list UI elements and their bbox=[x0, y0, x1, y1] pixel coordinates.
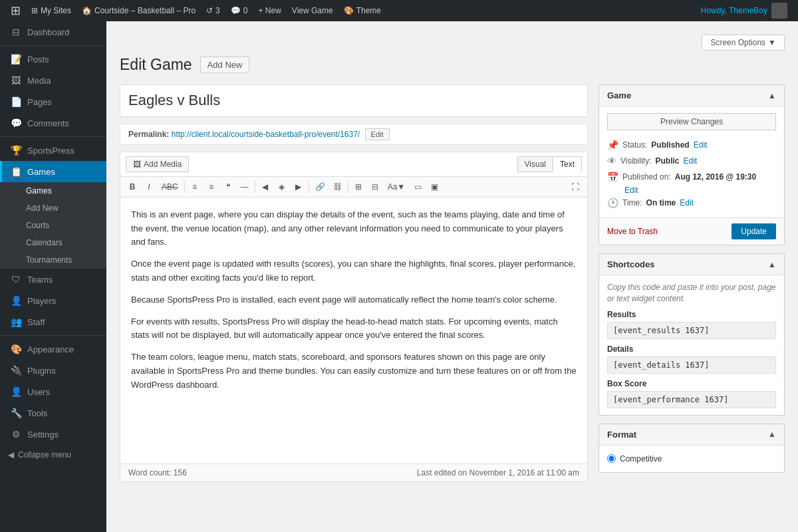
status-row: 📌 Status: Published Edit bbox=[607, 137, 776, 153]
game-panel-toggle[interactable]: ▲ bbox=[768, 91, 776, 100]
ol-button[interactable]: ≡ bbox=[203, 180, 219, 194]
align-center-button[interactable]: ◈ bbox=[274, 180, 290, 194]
sidebar-item-comments[interactable]: 💬 Comments bbox=[0, 112, 106, 134]
visibility-value: Public bbox=[655, 156, 679, 166]
submenu-add-new[interactable]: Add New bbox=[0, 200, 106, 217]
game-panel-footer: Move to Trash Update bbox=[599, 217, 784, 245]
clock-icon: 🕐 bbox=[607, 198, 618, 208]
media-icon: 🖼 bbox=[10, 75, 22, 86]
hr-button[interactable]: — bbox=[237, 180, 253, 194]
format-panel-body: Competitive bbox=[599, 446, 784, 472]
edit-layout: Permalink: http://client.local/courtside… bbox=[120, 84, 785, 482]
shortcodes-panel-body: Copy this code and paste it into your po… bbox=[599, 275, 784, 415]
time-edit-link[interactable]: Edit bbox=[680, 198, 694, 207]
submenu-calendars[interactable]: Calendars bbox=[0, 234, 106, 251]
add-media-button[interactable]: 🖼 Add Media bbox=[126, 156, 189, 172]
games-submenu: Games Add New Courts Calendars Tournamen… bbox=[0, 182, 106, 269]
add-new-button[interactable]: Add New bbox=[200, 57, 250, 73]
published-edit-link[interactable]: Edit bbox=[624, 186, 638, 195]
unlink-button[interactable]: ⛓ bbox=[330, 180, 346, 194]
media-add-icon: 🖼 bbox=[133, 160, 141, 169]
users-icon: 👤 bbox=[10, 386, 22, 397]
shortcodes-panel: Shortcodes ▲ Copy this code and paste it… bbox=[598, 253, 785, 416]
blockquote-button[interactable]: ❝ bbox=[220, 180, 236, 194]
preview-changes-button[interactable]: Preview Changes bbox=[607, 113, 776, 130]
last-edited: Last edited on November 1, 2016 at 11:00… bbox=[417, 468, 579, 477]
boxscore-shortcode[interactable]: [event_performance 1637] bbox=[607, 391, 776, 408]
format-radio-competitive[interactable] bbox=[607, 454, 616, 463]
shortcodes-panel-toggle[interactable]: ▲ bbox=[768, 260, 776, 269]
align-right-button[interactable]: ▶ bbox=[291, 180, 307, 194]
sidebar-item-games[interactable]: 📋 Games bbox=[0, 161, 106, 182]
ul-button[interactable]: ≡ bbox=[187, 180, 203, 194]
details-label: Details bbox=[607, 344, 776, 354]
results-label: Results bbox=[607, 310, 776, 319]
sidebar-item-settings[interactable]: ⚙ Settings bbox=[0, 424, 106, 445]
view-game[interactable]: View Game bbox=[287, 0, 338, 21]
update-button[interactable]: Update bbox=[732, 223, 776, 239]
submenu-courts[interactable]: Courts bbox=[0, 217, 106, 234]
staff-icon: 👥 bbox=[10, 317, 22, 327]
align-left-button[interactable]: ◀ bbox=[257, 180, 273, 194]
post-title-input[interactable] bbox=[120, 84, 588, 117]
bold-button[interactable]: B bbox=[124, 180, 140, 194]
word-count: Word count: 156 bbox=[128, 468, 187, 477]
sidebar-item-players[interactable]: 👤 Players bbox=[0, 290, 106, 311]
italic-button[interactable]: I bbox=[141, 180, 157, 194]
sidebar-item-users[interactable]: 👤 Users bbox=[0, 381, 106, 402]
wp-logo[interactable]: ⊞ bbox=[5, 0, 26, 21]
sidebar-item-appearance[interactable]: 🎨 Appearance bbox=[0, 338, 106, 360]
fullscreen-button[interactable]: ⛶ bbox=[567, 180, 583, 194]
site-name[interactable]: 🏠 Courtside – Basketball – Pro bbox=[76, 0, 201, 21]
trash-link[interactable]: Move to Trash bbox=[607, 227, 658, 236]
sidebar-item-tools[interactable]: 🔧 Tools bbox=[0, 402, 106, 424]
insert-more-button[interactable]: ▣ bbox=[426, 180, 442, 194]
format-panel-toggle[interactable]: ▲ bbox=[768, 430, 776, 439]
teams-icon: 🛡 bbox=[10, 274, 22, 285]
visibility-label: Visibility: bbox=[620, 156, 651, 166]
visibility-edit-link[interactable]: Edit bbox=[683, 156, 697, 166]
permalink-edit-button[interactable]: Edit bbox=[365, 128, 390, 140]
collapse-menu[interactable]: ◀ Collapse menu bbox=[0, 445, 106, 465]
content-paragraph-4: For events with results, SportsPress Pro… bbox=[131, 315, 577, 343]
screen-options-button[interactable]: Screen Options ▼ bbox=[702, 35, 785, 51]
submenu-tournaments[interactable]: Tournaments bbox=[0, 251, 106, 269]
insert-row-button[interactable]: ⊟ bbox=[367, 180, 383, 194]
sportspress-icon: 🏆 bbox=[10, 145, 22, 156]
content-paragraph-1: This is an event page, where you can dis… bbox=[131, 208, 577, 249]
chevron-down-icon: ▼ bbox=[768, 38, 776, 47]
game-panel: Game ▲ Preview Changes 📌 Status: Publish… bbox=[598, 84, 785, 245]
results-shortcode[interactable]: [event_results 1637] bbox=[607, 322, 776, 339]
sidebar-item-teams[interactable]: 🛡 Teams bbox=[0, 269, 106, 290]
sidebar-item-plugins[interactable]: 🔌 Plugins bbox=[0, 360, 106, 381]
format-panel-header: Format ▲ bbox=[599, 424, 784, 446]
comments-count[interactable]: 💬 0 bbox=[225, 0, 253, 21]
my-sites[interactable]: ⊞ My Sites bbox=[26, 0, 76, 21]
details-shortcode[interactable]: [event_details 1637] bbox=[607, 356, 776, 374]
sidebar-item-staff[interactable]: 👥 Staff bbox=[0, 311, 106, 332]
submenu-games[interactable]: Games bbox=[0, 182, 106, 200]
format-option-competitive: Competitive bbox=[607, 452, 776, 466]
sidebar-item-media[interactable]: 🖼 Media bbox=[0, 70, 106, 91]
game-panel-body: Preview Changes 📌 Status: Published Edit… bbox=[599, 106, 784, 217]
revisions[interactable]: ↺ 3 bbox=[201, 0, 225, 21]
sidebar-item-posts[interactable]: 📝 Posts bbox=[0, 49, 106, 70]
strikethrough-button[interactable]: ABC bbox=[158, 180, 182, 194]
sidebar-item-pages[interactable]: 📄 Pages bbox=[0, 91, 106, 112]
status-icon: 📌 bbox=[607, 140, 618, 150]
format-select[interactable]: Aa▼ bbox=[384, 180, 410, 194]
permalink-url[interactable]: http://client.local/courtside-basketball… bbox=[172, 130, 360, 139]
link-button[interactable]: 🔗 bbox=[311, 180, 329, 194]
insert-custom-button[interactable]: ▭ bbox=[410, 180, 426, 194]
sidebar-item-sportspress[interactable]: 🏆 SportsPress bbox=[0, 140, 106, 161]
tab-visual[interactable]: Visual bbox=[517, 156, 553, 172]
theme-button[interactable]: 🎨 Theme bbox=[338, 0, 386, 21]
editor-content[interactable]: This is an event page, where you can dis… bbox=[120, 198, 587, 464]
boxscore-label: Box Score bbox=[607, 379, 776, 388]
tab-text[interactable]: Text bbox=[553, 156, 582, 172]
format-panel-title: Format bbox=[607, 430, 636, 440]
new-button[interactable]: + New bbox=[253, 0, 286, 21]
insert-table-button[interactable]: ⊞ bbox=[350, 180, 366, 194]
status-edit-link[interactable]: Edit bbox=[694, 140, 708, 150]
sidebar-item-dashboard[interactable]: ⊟ Dashboard bbox=[0, 21, 106, 43]
